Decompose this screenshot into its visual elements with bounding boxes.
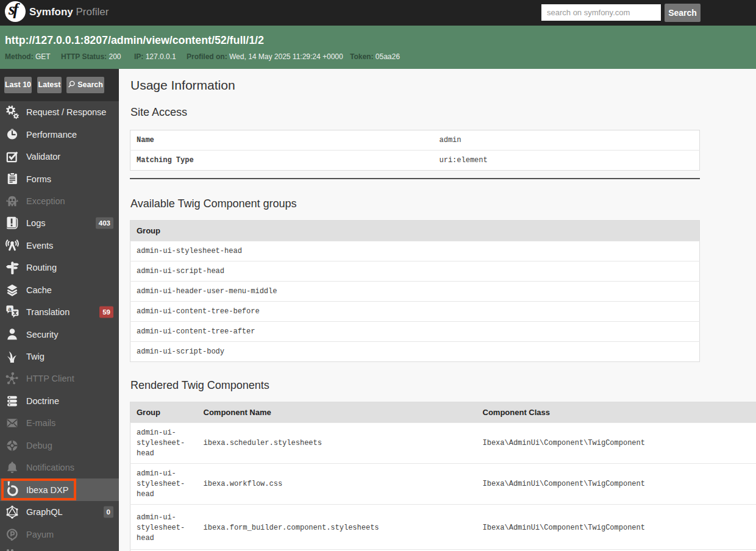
svg-text:a: a	[8, 305, 12, 312]
